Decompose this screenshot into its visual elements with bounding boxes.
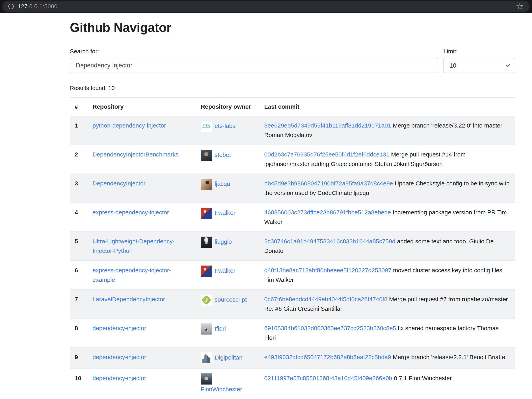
owner-cell: trwalker	[196, 261, 260, 289]
commit-cell: d48f13be8ac712abf80bbeeee5f120227d253097…	[260, 261, 515, 289]
repo-cell: DependencyInjectorBenchmarks	[88, 145, 196, 174]
table-row: 8 dependency-injector tflori 69105384b61…	[70, 319, 515, 347]
owner-cell: Ssourcescript	[196, 289, 260, 319]
repo-cell: python-dependency-injector	[88, 116, 196, 145]
owner-link[interactable]: FinnWinchester	[201, 386, 242, 393]
search-controls: Search for: Limit: 10	[70, 48, 515, 73]
table-row: 1 python-dependency-injector ETSets-labs…	[70, 116, 515, 145]
repo-cell: LaravelDependencyInjector	[88, 289, 196, 319]
row-number: 3	[70, 174, 88, 203]
owner-link[interactable]: trwalker	[215, 267, 235, 274]
owner-cell: stebet	[196, 145, 260, 174]
repo-link[interactable]: express-dependency-injector	[93, 209, 169, 215]
repo-link[interactable]: Ultra-Lightweight-Dependency-Injector-Py…	[93, 238, 175, 254]
header-commit: Last commit	[260, 98, 515, 116]
row-number: 8	[70, 319, 88, 347]
results-table-head: # Repository Repository owner Last commi…	[70, 98, 515, 116]
repo-cell: express-dependency-injector	[88, 203, 196, 232]
limit-select-wrap: 10	[443, 58, 515, 73]
commit-message: 0.7.1 Finn Winchester	[394, 375, 452, 381]
row-number: 2	[70, 145, 88, 174]
commit-hash-link[interactable]: bb45d9e3b98608047190bf72a95fa9a37d8c4e9e	[264, 180, 393, 187]
header-repository: Repository	[88, 98, 196, 116]
owner-link[interactable]: ets-labs	[215, 123, 235, 129]
commit-cell: 468856003c273dffce23b86791fbbe512a8ebede…	[260, 203, 515, 232]
address-bar[interactable]: i 127.0.0.1:5000 ☆	[2, 1, 530, 12]
limit-column: Limit: 10	[443, 48, 515, 73]
owner-avatar-glyph: ETS	[201, 121, 212, 131]
row-number: 10	[70, 368, 88, 399]
repo-link[interactable]: dependency-injector	[93, 354, 146, 360]
commit-cell: 00d2b3c7e76935d76f25ee50f6d1f2ef6ddce131…	[260, 145, 515, 174]
owner-avatar-glyph: S	[201, 295, 211, 305]
owner-cell: Digipolitan	[196, 347, 260, 368]
owner-link[interactable]: trwalker	[215, 209, 235, 216]
commit-hash-link[interactable]: 69105384b61032d000365ee737cd2523b260c8e5	[264, 325, 396, 331]
commit-hash-link[interactable]: 02111997e57c85801368f43a10d45f409e266e0b	[264, 375, 392, 381]
search-input[interactable]	[70, 58, 438, 73]
site-info-icon[interactable]: i	[8, 4, 14, 9]
commit-message: Merge branch 'release/2.2.1' Benoit Bria…	[393, 354, 505, 360]
commit-hash-link[interactable]: e493f9032dfcd65047172b682e8b6eaf22c5bda9	[264, 354, 391, 360]
commit-hash-link[interactable]: d48f13be8ac712abf80bbeeee5f120227d253097	[264, 267, 392, 273]
table-row: 10 dependency-injector FinnWinchester 02…	[70, 368, 515, 399]
commit-cell: e493f9032dfcd65047172b682e8b6eaf22c5bda9…	[260, 347, 515, 368]
row-number: 9	[70, 347, 88, 368]
table-row: 5 Ultra-Lightweight-Dependency-Injector-…	[70, 232, 515, 261]
commit-hash-link[interactable]: 3ee629eb5d7349d55f41b119aff81dd219071a01	[264, 122, 391, 129]
bookmark-star-icon[interactable]: ☆	[516, 2, 524, 11]
commit-hash-link[interactable]: 0c67f6be8eddcd4449eb4044f5df0ca26f4740f8	[264, 296, 387, 302]
stebet-avatar	[201, 150, 212, 161]
owner-link[interactable]: tflori	[215, 325, 226, 332]
repo-link[interactable]: express-dependency-injector-example	[93, 267, 171, 283]
repo-cell: express-dependency-injector-example	[88, 261, 196, 289]
owner-link[interactable]: Digipolitan	[215, 354, 242, 361]
owner-cell: FinnWinchester	[196, 368, 260, 399]
owner-link[interactable]: stebet	[215, 152, 231, 158]
digipolitan-avatar	[201, 352, 212, 363]
repo-cell: dependency-injector	[88, 368, 196, 399]
results-table: # Repository Repository owner Last commi…	[70, 98, 515, 399]
commit-hash-link[interactable]: 00d2b3c7e76935d76f25ee50f6d1f2ef6ddce131	[264, 151, 389, 158]
search-column: Search for:	[70, 48, 438, 73]
repo-cell: DependencyInjector	[88, 174, 196, 203]
repo-cell: dependency-injector	[88, 347, 196, 368]
ljacqu-avatar	[201, 179, 212, 190]
repo-link[interactable]: DependencyInjectorBenchmarks	[93, 151, 179, 158]
owner-link[interactable]: ljacqu	[215, 180, 230, 187]
commit-hash-link[interactable]: 468856003c273dffce23b86791fbbe512a8ebede	[264, 209, 391, 215]
row-number: 6	[70, 261, 88, 289]
table-row: 3 DependencyInjector ljacqu bb45d9e3b986…	[70, 174, 515, 203]
repo-link[interactable]: DependencyInjector	[93, 180, 146, 187]
repo-cell: dependency-injector	[88, 319, 196, 347]
search-label: Search for:	[70, 48, 438, 55]
finnwinchester-avatar	[201, 374, 212, 385]
row-number: 5	[70, 232, 88, 261]
limit-select[interactable]: 10	[443, 58, 515, 73]
row-number: 4	[70, 203, 88, 232]
repo-link[interactable]: dependency-injector	[93, 375, 146, 381]
commit-cell: 69105384b61032d000365ee737cd2523b260c8e5…	[260, 319, 515, 347]
url-text: 127.0.0.1:5000	[18, 3, 57, 10]
results-summary: Results found: 10	[70, 85, 516, 92]
owner-link[interactable]: sourcescript	[215, 296, 247, 303]
commit-cell: 2c30746c1a91b4947583416c833b1644a85c759d…	[260, 232, 515, 261]
repo-link[interactable]: dependency-injector	[93, 325, 146, 331]
commit-hash-link[interactable]: 2c30746c1a91b4947583416c833b1644a85c759d	[264, 238, 395, 245]
liuggio-avatar	[201, 237, 212, 248]
repo-link[interactable]: python-dependency-injector	[93, 122, 166, 129]
header-row: # Repository Repository owner Last commi…	[70, 98, 515, 116]
results-table-body: 1 python-dependency-injector ETSets-labs…	[70, 116, 515, 399]
owner-cell: trwalker	[196, 203, 260, 232]
table-row: 6 express-dependency-injector-example tr…	[70, 261, 515, 289]
ets-labs-avatar: ETS	[201, 121, 212, 132]
commit-cell: 3ee629eb5d7349d55f41b119aff81dd219071a01…	[260, 116, 515, 145]
sourcescript-avatar: S	[201, 295, 212, 306]
owner-link[interactable]: liuggio	[215, 238, 232, 245]
url-host: 127.0.0.1	[18, 3, 43, 10]
table-row: 2 DependencyInjectorBenchmarks stebet 00…	[70, 145, 515, 174]
tflori-avatar	[201, 323, 212, 335]
commit-cell: 0c67f6be8eddcd4449eb4044f5df0ca26f4740f8…	[260, 289, 515, 319]
commit-cell: bb45d9e3b98608047190bf72a95fa9a37d8c4e9e…	[260, 174, 515, 203]
repo-link[interactable]: LaravelDependencyInjector	[93, 296, 165, 302]
